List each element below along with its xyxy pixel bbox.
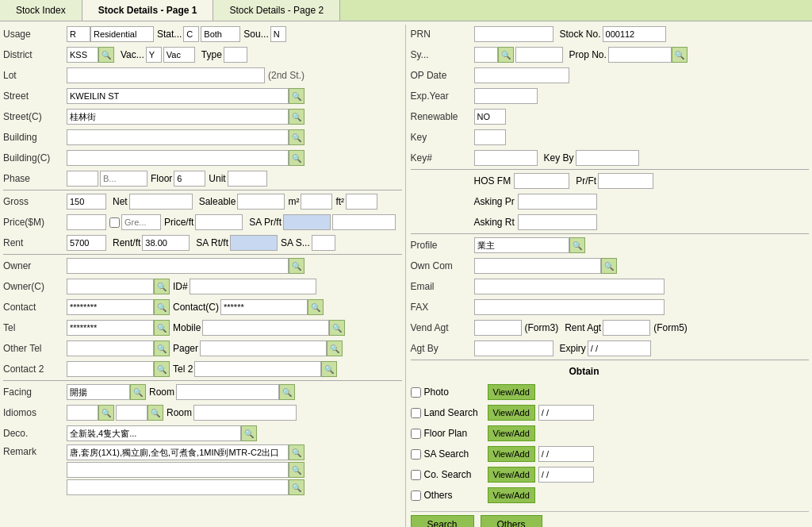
co-search-view-add-btn[interactable]: View/Add: [488, 467, 535, 483]
key-by-input[interactable]: [576, 150, 639, 166]
usage-input[interactable]: [67, 26, 90, 42]
street-c-input[interactable]: [67, 109, 289, 125]
land-search-checkbox[interactable]: [411, 408, 421, 418]
pager-search-btn[interactable]: 🔍: [327, 340, 343, 356]
agt-by-input[interactable]: [474, 340, 553, 356]
street-input[interactable]: [67, 88, 289, 104]
price-input[interactable]: [67, 214, 106, 230]
type-input[interactable]: [224, 47, 247, 63]
idiomos-search-btn2[interactable]: 🔍: [147, 405, 163, 421]
vacancy-input[interactable]: [146, 47, 162, 63]
asking-rt-input[interactable]: [518, 214, 597, 230]
tab-stock-details-page2[interactable]: Stock Details - Page 2: [213, 0, 340, 21]
tel2-search-btn[interactable]: 🔍: [321, 361, 337, 377]
gre-input[interactable]: [121, 214, 161, 230]
street-search-btn[interactable]: 🔍: [289, 88, 304, 104]
tel-search-btn[interactable]: 🔍: [154, 320, 170, 336]
facing-search-btn[interactable]: 🔍: [130, 384, 146, 400]
land-search-view-add-btn[interactable]: View/Add: [488, 405, 535, 421]
m2-input[interactable]: [301, 194, 332, 210]
co-search-date-input[interactable]: [538, 467, 594, 483]
idiomos-input2[interactable]: [116, 405, 147, 421]
street-c-search-btn[interactable]: 🔍: [289, 109, 304, 125]
sa-s-input[interactable]: [312, 235, 335, 251]
co-search-checkbox[interactable]: [411, 470, 421, 480]
hos-fm-input[interactable]: [514, 173, 569, 189]
unit-input[interactable]: [228, 171, 267, 187]
photo-view-add-btn[interactable]: View/Add: [488, 384, 535, 400]
ft2-input[interactable]: [346, 194, 377, 210]
owner-c-search-btn[interactable]: 🔍: [154, 279, 170, 294]
deco-input[interactable]: [67, 425, 241, 441]
sy-input[interactable]: [474, 47, 498, 63]
contact2-input[interactable]: [67, 361, 154, 377]
contact-input[interactable]: [67, 299, 154, 315]
tel-input[interactable]: [67, 320, 154, 336]
sa-search-checkbox[interactable]: [411, 449, 421, 460]
contact2-search-btn[interactable]: 🔍: [154, 361, 170, 377]
search-button[interactable]: Search: [411, 515, 474, 527]
vacancy-text-input[interactable]: [163, 47, 195, 63]
district-search-btn[interactable]: 🔍: [98, 47, 114, 63]
room2-input[interactable]: [193, 405, 297, 421]
tel2-input[interactable]: [194, 361, 321, 377]
pr-ft-input[interactable]: [598, 173, 653, 189]
contact-search-btn[interactable]: 🔍: [154, 299, 170, 315]
price-ft-input[interactable]: [195, 214, 243, 230]
vend-agt-input[interactable]: [474, 320, 522, 336]
prop-no-input[interactable]: [608, 47, 672, 63]
net-input[interactable]: [129, 194, 193, 210]
profile-input[interactable]: [474, 237, 569, 253]
contact-c-search-btn[interactable]: 🔍: [308, 299, 324, 315]
gre-checkbox[interactable]: [109, 217, 120, 228]
remark-input3[interactable]: [67, 479, 289, 495]
key-input[interactable]: [474, 129, 506, 145]
building-c-search-btn[interactable]: 🔍: [289, 150, 304, 166]
profile-search-btn[interactable]: 🔍: [569, 237, 585, 253]
idiomos-search-btn1[interactable]: 🔍: [98, 405, 114, 421]
floor-plan-view-add-btn[interactable]: View/Add: [488, 425, 535, 441]
sa-prft2-input[interactable]: [332, 214, 396, 230]
others-checkbox[interactable]: [411, 490, 421, 501]
prop-no-search-btn[interactable]: 🔍: [672, 47, 688, 63]
district-input[interactable]: [67, 47, 98, 63]
remark-search-btn1[interactable]: 🔍: [289, 444, 304, 460]
building-search-btn[interactable]: 🔍: [289, 129, 304, 145]
floor-input[interactable]: [174, 171, 205, 187]
land-search-date-input[interactable]: [538, 405, 594, 421]
building-c-input[interactable]: [67, 150, 289, 166]
key-hash-input[interactable]: [474, 150, 538, 166]
other-tel-input[interactable]: [67, 340, 154, 356]
own-com-search-btn[interactable]: 🔍: [601, 258, 617, 274]
owner-input[interactable]: [67, 258, 289, 274]
other-tel-search-btn[interactable]: 🔍: [154, 340, 170, 356]
own-com-input[interactable]: [474, 258, 601, 274]
building-input[interactable]: [67, 129, 289, 145]
fax-input[interactable]: [474, 299, 665, 315]
mobile-search-btn[interactable]: 🔍: [329, 320, 345, 336]
rent-ft-input[interactable]: [142, 235, 190, 251]
mobile-input[interactable]: [202, 320, 329, 336]
rent-input[interactable]: [67, 235, 106, 251]
sa-rtft-input[interactable]: [230, 235, 278, 251]
op-date-input[interactable]: [474, 67, 569, 83]
asking-pr-input[interactable]: [518, 194, 597, 210]
deco-search-btn[interactable]: 🔍: [241, 425, 257, 441]
tab-stock-index[interactable]: Stock Index: [0, 0, 82, 21]
remark-search-btn3[interactable]: 🔍: [289, 479, 304, 495]
idiomos-input1[interactable]: [67, 405, 98, 421]
facing-input[interactable]: [67, 384, 130, 400]
rent-agt-input[interactable]: [603, 320, 650, 336]
phase-input[interactable]: [67, 171, 98, 187]
email-input[interactable]: [474, 279, 665, 294]
gross-input[interactable]: [67, 194, 106, 210]
source-input[interactable]: [270, 26, 286, 42]
prn-input[interactable]: [474, 26, 553, 42]
remark-input1[interactable]: [67, 444, 289, 460]
stock-no-input[interactable]: [603, 26, 666, 42]
lot-input[interactable]: [67, 67, 265, 83]
status-text-input[interactable]: [201, 26, 240, 42]
photo-checkbox[interactable]: [411, 387, 421, 398]
sy-search-btn[interactable]: 🔍: [498, 47, 514, 63]
exp-year-input[interactable]: [474, 88, 538, 104]
